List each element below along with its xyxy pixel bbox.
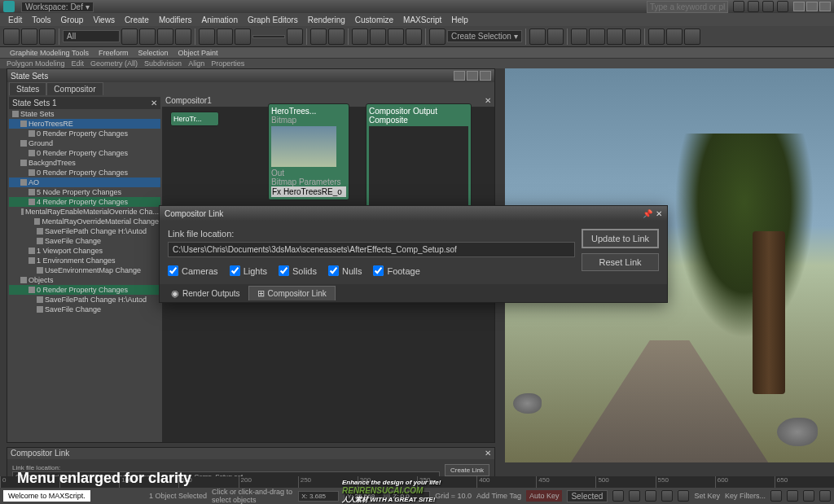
- schematic-icon[interactable]: [607, 28, 623, 45]
- rotate-icon[interactable]: [217, 28, 233, 45]
- check-lights[interactable]: Lights: [230, 265, 267, 276]
- render-icon[interactable]: [684, 28, 700, 45]
- keymode-icon[interactable]: [328, 28, 345, 45]
- menu-customize[interactable]: Customize: [350, 15, 398, 24]
- menu-help[interactable]: Help: [446, 15, 473, 24]
- check-footage[interactable]: Footage: [373, 265, 419, 276]
- scale-icon[interactable]: [235, 28, 251, 45]
- ribbon-subtab[interactable]: Edit: [72, 59, 85, 68]
- help-icon[interactable]: [733, 1, 744, 12]
- check-nulls[interactable]: Nulls: [328, 265, 362, 276]
- tree-item[interactable]: Ground: [9, 138, 160, 148]
- layers-icon[interactable]: [571, 28, 587, 45]
- menu-maxscript[interactable]: MAXScript: [398, 15, 446, 24]
- auto-key-button[interactable]: Auto Key: [526, 490, 563, 502]
- tree-item[interactable]: Objects: [9, 275, 160, 285]
- render-frame-icon[interactable]: [666, 28, 683, 45]
- select-icon[interactable]: [121, 28, 138, 45]
- link-path-input[interactable]: [168, 242, 575, 257]
- check-cameras[interactable]: Cameras: [168, 265, 218, 276]
- align-icon[interactable]: [547, 28, 564, 45]
- goto-start-icon[interactable]: [612, 490, 624, 502]
- selection-filter[interactable]: All: [63, 30, 120, 42]
- menu-animation[interactable]: Animation: [196, 15, 242, 24]
- tree-item[interactable]: HeroTreesRE: [9, 119, 160, 129]
- next-frame-icon[interactable]: [661, 490, 673, 502]
- tab-compositor[interactable]: Compositor: [46, 82, 103, 95]
- node-herotrees-bitmap[interactable]: HeroTrees... Bitmap Out Bitmap Parameter…: [268, 103, 349, 200]
- tree-item[interactable]: 0 Render Property Changes: [9, 285, 160, 295]
- compositor-link-titlebar[interactable]: Compositor Link 📌 ✕: [160, 206, 667, 221]
- maxscript-listener[interactable]: Welcome to MAXScript.: [3, 490, 90, 502]
- time-tag[interactable]: Add Time Tag: [476, 492, 521, 500]
- material-editor-icon[interactable]: [625, 28, 641, 45]
- tab-states[interactable]: States: [9, 82, 46, 95]
- goto-end-icon[interactable]: [678, 490, 689, 502]
- tree-item[interactable]: SaveFile Change: [9, 305, 160, 314]
- tree-item[interactable]: 4 Render Property Changes: [9, 197, 160, 207]
- state-sets-titlebar[interactable]: State Sets: [7, 69, 494, 82]
- menu-modifiers[interactable]: Modifiers: [154, 15, 197, 24]
- star-icon[interactable]: [762, 1, 774, 12]
- spinner-snap-icon[interactable]: [406, 28, 422, 45]
- tree-item[interactable]: 0 Render Property Changes: [9, 129, 160, 138]
- percent-snap-icon[interactable]: [388, 28, 404, 45]
- angle-snap-icon[interactable]: [370, 28, 386, 45]
- ribbon-subtab[interactable]: Properties: [211, 59, 244, 68]
- named-selection-set[interactable]: Create Selection ▾: [447, 30, 522, 42]
- unlink-icon[interactable]: [21, 28, 37, 45]
- create-link-button[interactable]: Create Link: [445, 464, 489, 476]
- reset-link-button[interactable]: Reset Link: [582, 253, 659, 271]
- menu-create[interactable]: Create: [120, 15, 154, 24]
- ss-close-button[interactable]: [480, 71, 491, 81]
- tree-header[interactable]: State Sets 1✕: [9, 97, 160, 109]
- bind-icon[interactable]: [39, 28, 55, 45]
- menu-group[interactable]: Group: [56, 15, 89, 24]
- ref-coord[interactable]: [252, 35, 285, 38]
- ss-minimize-button[interactable]: [454, 71, 465, 81]
- ribbon-subtab[interactable]: Subdivision: [144, 59, 182, 68]
- tab-render-outputs[interactable]: ◉ Render Outputs: [163, 286, 248, 300]
- update-to-link-button[interactable]: Update to Link: [582, 229, 659, 248]
- menu-edit[interactable]: Edit: [3, 15, 27, 24]
- tree-item[interactable]: SaveFilePath Change H:\Autod: [9, 295, 160, 305]
- curve-editor-icon[interactable]: [589, 28, 605, 45]
- close-icon[interactable]: ✕: [656, 209, 662, 218]
- tree-item[interactable]: 0 Render Property Changes: [9, 168, 160, 177]
- ribbon-subtab[interactable]: Align: [188, 59, 204, 68]
- bp-close-icon[interactable]: ✕: [485, 449, 491, 458]
- tree-item[interactable]: State Sets: [9, 109, 160, 119]
- link-icon[interactable]: [3, 28, 20, 45]
- ribbon-subtab[interactable]: Polygon Modeling: [7, 59, 65, 68]
- menu-views[interactable]: Views: [88, 15, 120, 24]
- ribbon-subtab[interactable]: Geometry (All): [90, 59, 138, 68]
- ribbon-tab[interactable]: Freeform: [95, 49, 132, 57]
- move-icon[interactable]: [199, 28, 215, 45]
- tree-item[interactable]: 1 Environment Changes: [9, 256, 160, 265]
- window-crossing-icon[interactable]: [175, 28, 191, 45]
- tree-item[interactable]: BackgndTrees: [9, 158, 160, 168]
- mirror-icon[interactable]: [529, 28, 546, 45]
- tree-item[interactable]: 5 Node Property Changes: [9, 187, 160, 197]
- pin-icon[interactable]: 📌: [643, 209, 652, 218]
- menu-graph editors[interactable]: Graph Editors: [243, 15, 303, 24]
- ribbon-tab[interactable]: Selection: [134, 49, 171, 57]
- tree-item[interactable]: 1 Viewport Changes: [9, 246, 160, 256]
- tree-item[interactable]: MentalRayOverrideMaterial Change: [9, 217, 160, 226]
- menu-tools[interactable]: Tools: [27, 15, 55, 24]
- check-solids[interactable]: Solids: [279, 265, 317, 276]
- snap-icon[interactable]: [352, 28, 368, 45]
- nav-icon[interactable]: [770, 490, 782, 502]
- tree-item[interactable]: MentalRayEnableMaterialOverride Cha...: [9, 207, 160, 217]
- ribbon-tab[interactable]: Object Paint: [174, 49, 221, 57]
- nav-icon[interactable]: [819, 490, 831, 502]
- ss-maximize-button[interactable]: [467, 71, 478, 81]
- workspace-selector[interactable]: Workspace: Def ▾: [21, 2, 94, 12]
- tree-item[interactable]: AO: [9, 177, 160, 187]
- node-herotrees[interactable]: HeroTr...: [170, 112, 219, 126]
- search-input[interactable]: [647, 1, 728, 13]
- info-icon[interactable]: [748, 1, 759, 12]
- pivot-icon[interactable]: [287, 28, 303, 45]
- select-region-icon[interactable]: [157, 28, 173, 45]
- nav-icon[interactable]: [787, 490, 798, 502]
